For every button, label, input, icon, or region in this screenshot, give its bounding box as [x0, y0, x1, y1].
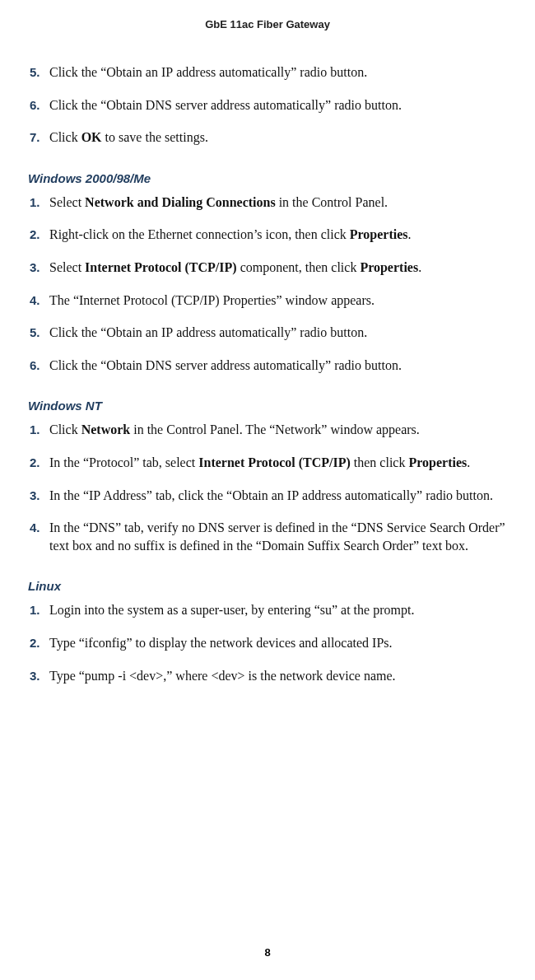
- steps-list: 1.Login into the system as a super-user,…: [30, 601, 505, 684]
- step-number: 5.: [30, 324, 49, 341]
- step-number: 2.: [30, 226, 49, 243]
- step-text: The “Internet Protocol (TCP/IP) Properti…: [49, 292, 505, 310]
- top-steps-list: 5.Click the “Obtain an IP address automa…: [30, 63, 505, 147]
- step-text: Click the “Obtain DNS server address aut…: [49, 96, 505, 114]
- section1-step: 2.In the “Protocol” tab, select Internet…: [30, 454, 505, 472]
- step-text: In the “IP Address” tab, click the “Obta…: [49, 487, 505, 505]
- step-text: Click the “Obtain an IP address automati…: [49, 63, 505, 82]
- step-number: 3.: [30, 487, 49, 504]
- step-number: 1.: [30, 194, 49, 211]
- step-number: 6.: [30, 96, 49, 114]
- step-text: Type “ifconfig” to display the network d…: [49, 634, 505, 652]
- step-text: Select Internet Protocol (TCP/IP) compon…: [49, 259, 505, 277]
- top-step: 5.Click the “Obtain an IP address automa…: [30, 63, 505, 82]
- step-number: 6.: [30, 357, 49, 374]
- step-number: 5.: [30, 63, 49, 81]
- top-step: 6.Click the “Obtain DNS server address a…: [30, 96, 505, 114]
- section-heading: Windows NT: [28, 399, 505, 413]
- step-text: Click the “Obtain DNS server address aut…: [49, 357, 505, 375]
- step-number: 7.: [30, 128, 49, 146]
- page-number: 8: [0, 946, 535, 959]
- step-text: Click Network in the Control Panel. The …: [49, 421, 505, 439]
- section0-step: 5.Click the “Obtain an IP address automa…: [30, 324, 505, 342]
- top-step: 7.Click OK to save the settings.: [30, 128, 505, 147]
- step-number: 2.: [30, 634, 49, 651]
- step-number: 2.: [30, 454, 49, 471]
- section0-step: 2.Right-click on the Ethernet connection…: [30, 226, 505, 244]
- section2-step: 3.Type “pump -i <dev>,” where <dev> is t…: [30, 667, 505, 685]
- step-number: 4.: [30, 519, 49, 536]
- step-text: In the “DNS” tab, verify no DNS server i…: [49, 519, 505, 554]
- steps-list: 1.Select Network and Dialing Connections…: [30, 194, 505, 375]
- section0-step: 6.Click the “Obtain DNS server address a…: [30, 357, 505, 375]
- section-heading: Windows 2000/98/Me: [28, 171, 505, 185]
- step-number: 1.: [30, 421, 49, 438]
- step-text: Type “pump -i <dev>,” where <dev> is the…: [49, 667, 505, 685]
- step-number: 3.: [30, 259, 49, 276]
- page-header: GbE 11ac Fiber Gateway: [30, 18, 505, 30]
- section1-step: 3.In the “IP Address” tab, click the “Ob…: [30, 487, 505, 505]
- step-number: 4.: [30, 292, 49, 309]
- section1-step: 1.Click Network in the Control Panel. Th…: [30, 421, 505, 439]
- section-heading: Linux: [28, 579, 505, 593]
- section0-step: 1.Select Network and Dialing Connections…: [30, 194, 505, 212]
- step-text: Login into the system as a super-user, b…: [49, 601, 505, 619]
- section0-step: 3.Select Internet Protocol (TCP/IP) comp…: [30, 259, 505, 277]
- step-text: Select Network and Dialing Connections i…: [49, 194, 505, 212]
- step-number: 3.: [30, 667, 49, 684]
- step-text: Click the “Obtain an IP address automati…: [49, 324, 505, 342]
- step-number: 1.: [30, 601, 49, 618]
- step-text: Right-click on the Ethernet connection’s…: [49, 226, 505, 244]
- section2-step: 2.Type “ifconfig” to display the network…: [30, 634, 505, 652]
- section2-step: 1.Login into the system as a super-user,…: [30, 601, 505, 619]
- section1-step: 4.In the “DNS” tab, verify no DNS server…: [30, 519, 505, 554]
- step-text: Click OK to save the settings.: [49, 128, 505, 147]
- step-text: In the “Protocol” tab, select Internet P…: [49, 454, 505, 472]
- section0-step: 4.The “Internet Protocol (TCP/IP) Proper…: [30, 292, 505, 310]
- steps-list: 1.Click Network in the Control Panel. Th…: [30, 421, 505, 554]
